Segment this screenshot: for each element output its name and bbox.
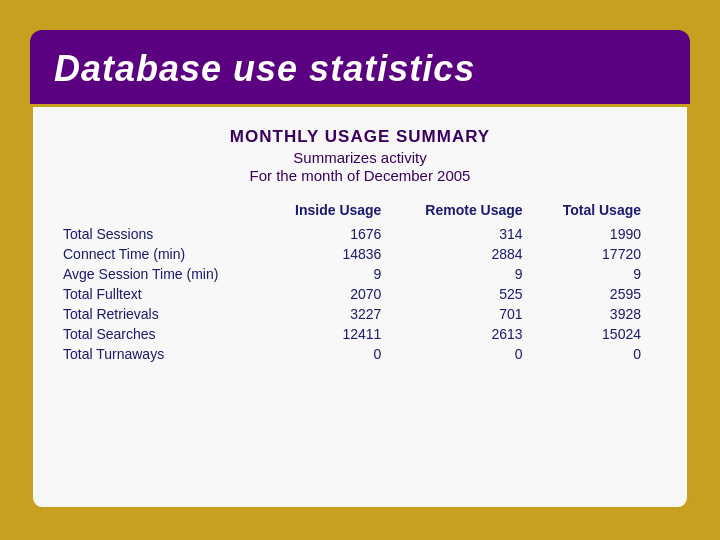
row-label: Avge Session Time (min) xyxy=(63,264,269,284)
table-row: Total Turnaways000 xyxy=(63,344,657,366)
stats-table: Inside Usage Remote Usage Total Usage To… xyxy=(63,200,657,366)
row-inside: 14836 xyxy=(269,244,397,264)
subtitle: Summarizes activity xyxy=(230,149,490,166)
main-container: Database use statistics MONTHLY USAGE SU… xyxy=(30,30,690,510)
row-inside: 12411 xyxy=(269,324,397,344)
table-row: Total Searches12411261315024 xyxy=(63,324,657,344)
row-total: 17720 xyxy=(539,244,657,264)
col-inside-header: Inside Usage xyxy=(269,200,397,224)
summary-header: MONTHLY USAGE SUMMARY Summarizes activit… xyxy=(230,127,490,184)
month-info: For the month of December 2005 xyxy=(230,167,490,184)
row-label: Total Searches xyxy=(63,324,269,344)
table-row: Total Retrievals32277013928 xyxy=(63,304,657,324)
row-remote: 2613 xyxy=(397,324,538,344)
row-inside: 1676 xyxy=(269,224,397,244)
monthly-title: MONTHLY USAGE SUMMARY xyxy=(230,127,490,147)
row-inside: 9 xyxy=(269,264,397,284)
row-total: 15024 xyxy=(539,324,657,344)
row-total: 3928 xyxy=(539,304,657,324)
page-title: Database use statistics xyxy=(54,48,666,90)
table-row: Connect Time (min)14836288417720 xyxy=(63,244,657,264)
row-label: Total Fulltext xyxy=(63,284,269,304)
row-label: Total Turnaways xyxy=(63,344,269,366)
row-total: 2595 xyxy=(539,284,657,304)
row-remote: 701 xyxy=(397,304,538,324)
row-remote: 2884 xyxy=(397,244,538,264)
table-row: Total Fulltext20705252595 xyxy=(63,284,657,304)
row-inside: 3227 xyxy=(269,304,397,324)
row-label: Connect Time (min) xyxy=(63,244,269,264)
content-card: MONTHLY USAGE SUMMARY Summarizes activit… xyxy=(30,104,690,510)
row-inside: 0 xyxy=(269,344,397,366)
row-label: Total Sessions xyxy=(63,224,269,244)
row-total: 9 xyxy=(539,264,657,284)
row-label: Total Retrievals xyxy=(63,304,269,324)
col-total-header: Total Usage xyxy=(539,200,657,224)
row-total: 0 xyxy=(539,344,657,366)
row-remote: 9 xyxy=(397,264,538,284)
row-inside: 2070 xyxy=(269,284,397,304)
row-total: 1990 xyxy=(539,224,657,244)
col-label-header xyxy=(63,200,269,224)
table-row: Avge Session Time (min)999 xyxy=(63,264,657,284)
title-bar: Database use statistics xyxy=(30,30,690,104)
col-remote-header: Remote Usage xyxy=(397,200,538,224)
table-row: Total Sessions16763141990 xyxy=(63,224,657,244)
row-remote: 525 xyxy=(397,284,538,304)
row-remote: 0 xyxy=(397,344,538,366)
row-remote: 314 xyxy=(397,224,538,244)
